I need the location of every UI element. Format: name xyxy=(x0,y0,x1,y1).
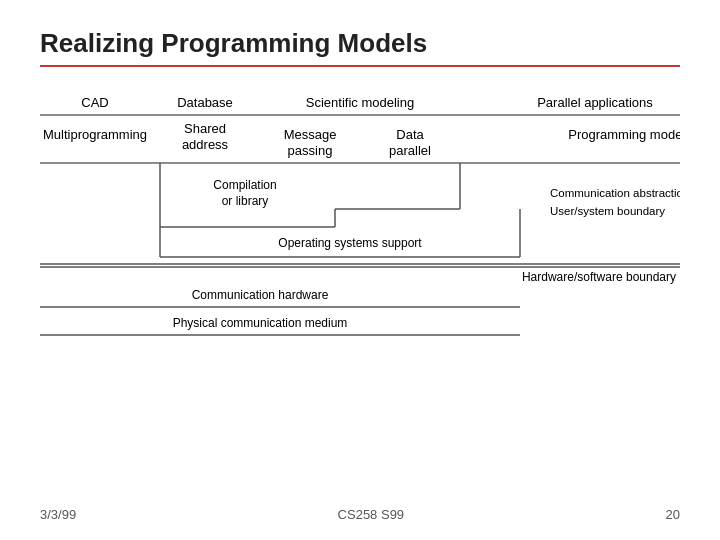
label-ops-support: Operating systems support xyxy=(278,236,422,250)
label-scientific: Scientific modeling xyxy=(306,95,414,110)
label-compilation1: Compilation xyxy=(213,178,276,192)
label-compilation2: or library xyxy=(222,194,269,208)
diagram: CAD Database Scientific modeling Paralle… xyxy=(40,89,680,399)
label-phys-comm: Physical communication medium xyxy=(173,316,348,330)
label-multiprogramming: Multiprogramming xyxy=(43,127,147,142)
label-parallel-row: parallel xyxy=(389,143,431,158)
footer-page: 20 xyxy=(666,507,680,522)
slide: Realizing Programming Models CAD Databas… xyxy=(0,0,720,540)
label-comm-hw: Communication hardware xyxy=(192,288,329,302)
label-comm-abstraction: Communication abstraction xyxy=(550,187,680,199)
label-cad: CAD xyxy=(81,95,108,110)
label-message: Message xyxy=(284,127,337,142)
footer-course: CS258 S99 xyxy=(338,507,405,522)
label-database: Database xyxy=(177,95,233,110)
label-shared2: address xyxy=(182,137,229,152)
title-underline xyxy=(40,65,680,67)
label-shared1: Shared xyxy=(184,121,226,136)
label-prog-models: Programming models xyxy=(568,127,680,142)
label-hw-sw: Hardware/software boundary xyxy=(522,270,676,284)
label-data: Data xyxy=(396,127,424,142)
label-parallel: Parallel applications xyxy=(537,95,653,110)
label-user-boundary: User/system boundary xyxy=(550,205,665,217)
page-title: Realizing Programming Models xyxy=(40,28,680,59)
footer-date: 3/3/99 xyxy=(40,507,76,522)
footer: 3/3/99 CS258 S99 20 xyxy=(40,507,680,522)
label-passing: passing xyxy=(288,143,333,158)
